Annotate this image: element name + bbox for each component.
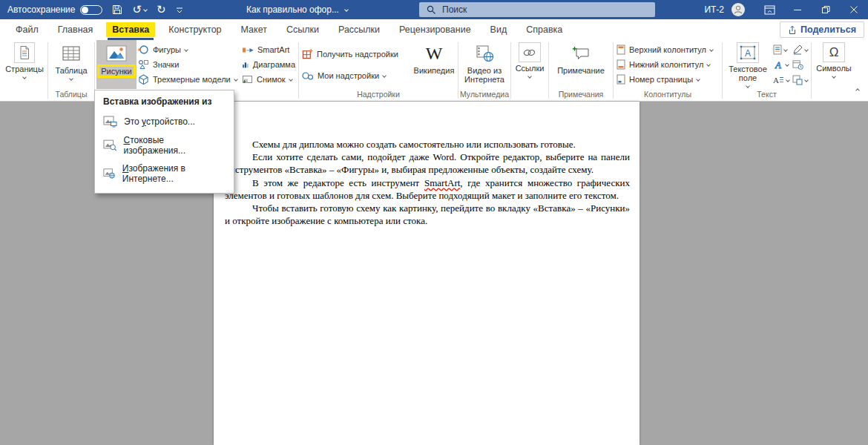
document-title[interactable]: Как правильно офор... <box>246 0 348 19</box>
date-time-button[interactable] <box>792 58 808 72</box>
ribbon-display-options-button[interactable] <box>755 0 783 19</box>
footer-button[interactable]: Нижний колонтитул <box>617 58 719 71</box>
online-video-button[interactable]: Видео из Интернета <box>463 40 506 89</box>
object-dropdown-icon[interactable] <box>804 78 809 82</box>
tab-review[interactable]: Рецензирование <box>389 22 481 38</box>
page-number-button[interactable]: Номер страницы <box>617 73 719 86</box>
shapes-dropdown-icon[interactable] <box>184 47 188 52</box>
tab-file[interactable]: Файл <box>6 22 48 38</box>
user-avatar[interactable] <box>731 3 745 16</box>
footer-dropdown-icon[interactable] <box>707 62 711 67</box>
menu-item-this-device[interactable]: Это устройство... <box>95 112 234 131</box>
signature-dropdown-icon[interactable] <box>804 47 809 52</box>
textbox-dropdown-icon[interactable] <box>746 84 750 88</box>
pages-button[interactable]: Страницы <box>5 40 44 89</box>
ribbon-tab-row: Файл Главная Вставка Конструктор Макет С… <box>0 19 868 40</box>
quick-parts-button[interactable] <box>773 42 789 56</box>
undo-button[interactable]: ↺ <box>132 4 147 15</box>
title-dropdown-icon[interactable] <box>344 7 349 12</box>
undo-icon: ↺ <box>132 4 142 15</box>
collapse-ribbon-button[interactable] <box>856 83 859 96</box>
3d-models-label: Трехмерные модели <box>153 75 231 84</box>
shapes-button[interactable]: Фигуры <box>138 43 239 56</box>
redo-icon: ↻ <box>157 4 166 15</box>
shapes-icon <box>138 44 149 55</box>
get-addins-button[interactable]: Получить надстройки <box>302 47 410 61</box>
wikipedia-button[interactable]: W Википедия <box>412 40 456 89</box>
table-button[interactable]: Таблица <box>55 40 87 89</box>
save-button[interactable] <box>112 4 122 15</box>
tab-design[interactable]: Конструктор <box>159 22 231 38</box>
object-button[interactable] <box>792 73 808 87</box>
paragraph-1[interactable]: Схемы для диплома можно создать самостоя… <box>225 138 630 151</box>
minimize-button[interactable] <box>783 0 812 19</box>
search-input[interactable] <box>442 4 620 15</box>
undo-dropdown-icon[interactable] <box>143 7 148 12</box>
group-links: Ссылки <box>513 40 547 101</box>
symbols-button[interactable]: Ω Символы <box>816 40 852 89</box>
tab-help[interactable]: Справка <box>516 22 572 38</box>
my-addins-dropdown-icon[interactable] <box>382 73 387 78</box>
pages-dropdown-icon[interactable] <box>22 75 27 79</box>
signature-line-button[interactable] <box>792 42 808 56</box>
tab-references[interactable]: Ссылки <box>277 22 329 38</box>
drop-cap-button[interactable]: A <box>773 73 789 87</box>
links-dropdown-icon[interactable] <box>527 74 532 79</box>
3d-models-dropdown-icon[interactable] <box>234 77 238 82</box>
symbols-dropdown-icon[interactable] <box>832 74 836 79</box>
page-number-label: Номер страницы <box>629 75 693 84</box>
screenshot-dropdown-icon[interactable] <box>289 77 293 82</box>
addins-group-label: Надстройки <box>300 89 456 101</box>
tab-mailings[interactable]: Рассылки <box>329 22 389 38</box>
search-bar[interactable] <box>419 2 655 17</box>
wordart-dropdown-icon[interactable] <box>785 62 789 67</box>
autosave-toggle[interactable] <box>80 5 102 15</box>
share-button[interactable]: Поделиться <box>780 22 864 38</box>
icons-label: Значки <box>153 60 179 69</box>
tab-home[interactable]: Главная <box>48 22 103 38</box>
paragraph-2[interactable]: Если хотите сделать сами, подойдет даже … <box>225 151 630 176</box>
page-number-icon <box>617 74 625 85</box>
get-addins-icon <box>302 48 313 59</box>
my-addins-icon <box>302 71 314 80</box>
customize-qat-button[interactable] <box>176 7 183 13</box>
comment-button[interactable]: Примечание <box>550 40 611 89</box>
paragraph-3[interactable]: В этом же редакторе есть инструмент Smar… <box>225 177 630 202</box>
smartart-button[interactable]: SmartArt <box>242 43 295 56</box>
quick-parts-dropdown-icon[interactable] <box>783 47 788 52</box>
icons-button[interactable]: Значки <box>138 58 239 71</box>
table-label: Таблица <box>55 66 87 75</box>
wordart-button[interactable]: A <box>773 58 789 72</box>
menu-item-online-pictures[interactable]: Изображения в Интернете... <box>95 159 234 188</box>
header-icon <box>617 44 625 55</box>
close-icon <box>849 5 858 14</box>
document-text[interactable]: Схемы для диплома можно создать самостоя… <box>225 138 630 227</box>
page-number-dropdown-icon[interactable] <box>696 77 700 82</box>
pictures-icon <box>105 44 128 62</box>
textbox-icon: A <box>740 45 756 60</box>
user-account-label[interactable]: ИТ-2 <box>704 4 724 15</box>
tab-insert[interactable]: Вставка <box>106 22 155 37</box>
redo-button[interactable]: ↻ <box>157 4 166 15</box>
textbox-label: Текстовое поле <box>724 65 772 82</box>
textbox-button[interactable]: A Текстовое поле <box>724 40 772 89</box>
document-page[interactable]: Схемы для диплома можно создать самостоя… <box>214 102 640 445</box>
chart-button[interactable]: Диаграмма <box>242 58 295 71</box>
autosave-control[interactable]: Автосохранение <box>7 4 102 15</box>
header-dropdown-icon[interactable] <box>709 47 714 52</box>
close-button[interactable] <box>840 0 868 19</box>
screenshot-button[interactable]: Снимок <box>242 73 295 86</box>
table-dropdown-icon[interactable] <box>69 76 73 81</box>
links-button[interactable]: Ссылки <box>516 40 545 89</box>
my-addins-button[interactable]: Мои надстройки <box>302 69 410 82</box>
tab-layout[interactable]: Макет <box>231 22 277 38</box>
tab-view[interactable]: Вид <box>481 22 517 38</box>
drop-cap-dropdown-icon[interactable] <box>786 78 790 82</box>
restore-button[interactable] <box>812 0 840 19</box>
pictures-button[interactable]: Рисунки <box>96 40 137 89</box>
paragraph-4[interactable]: Чтобы вставить готовую схему как картинк… <box>225 202 630 227</box>
illustrations-small-column: Фигуры Значки Трехмерные <box>137 40 240 89</box>
3d-models-button[interactable]: Трехмерные модели <box>138 73 239 86</box>
header-button[interactable]: Верхний колонтитул <box>617 43 719 56</box>
menu-item-stock-images[interactable]: Стоковые изображения... <box>95 131 234 159</box>
